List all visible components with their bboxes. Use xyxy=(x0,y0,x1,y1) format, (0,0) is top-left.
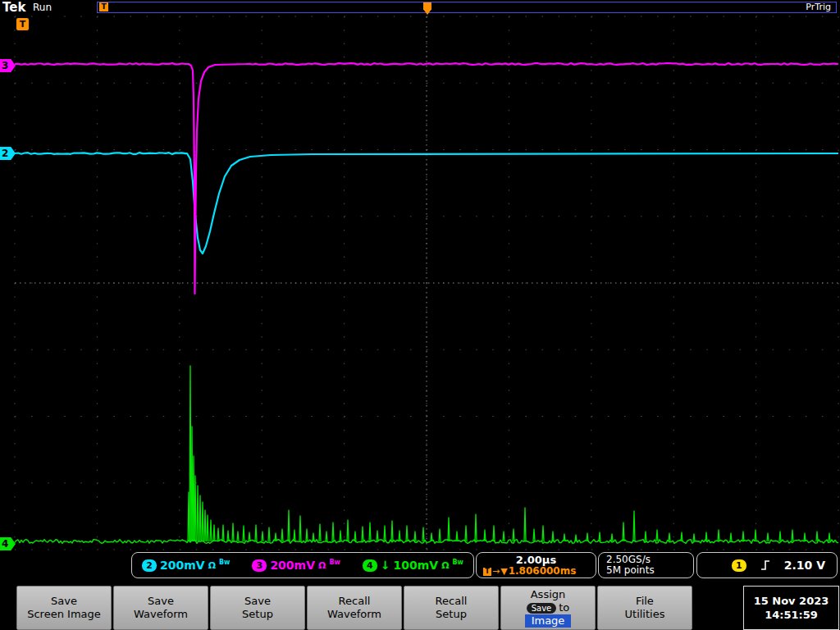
trigger-position-marker[interactable] xyxy=(423,2,431,15)
menu-label: Save xyxy=(51,595,77,608)
menu-button-recall-waveform[interactable]: Recall Waveform xyxy=(307,586,402,630)
acquisition-readout[interactable]: 2.50GS/s 5M points xyxy=(598,552,694,578)
record-length: 5M points xyxy=(606,565,686,576)
triangle-down-icon: ▼ xyxy=(500,566,507,577)
ch4-readout[interactable]: 4 ↓ 100mV Ω Bw xyxy=(363,559,463,572)
waveform-display xyxy=(0,0,840,630)
trigger-source-tag[interactable]: T xyxy=(16,18,29,30)
top-status-bar: Tek Run T PrTrig xyxy=(0,0,840,15)
ch4-impedance: Ω xyxy=(441,560,449,571)
menu-button-recall-setup[interactable]: Recall Setup xyxy=(404,586,499,630)
ch3-ground-marker[interactable]: 3 xyxy=(0,59,16,72)
menu-label: Utilities xyxy=(625,608,665,621)
channel-readouts-box: 2 200mV Ω Bw 3 200mV Ω Bw 4 ↓ 100mV Ω Bw xyxy=(131,552,474,578)
horizontal-position-bar[interactable]: T PrTrig xyxy=(97,2,837,13)
menu-label: File xyxy=(636,595,654,608)
menu-label: Setup xyxy=(436,608,467,621)
menu-label: Screen Image xyxy=(27,608,101,621)
trigger-readout[interactable]: 1 2.10 V xyxy=(696,552,838,578)
ch2-impedance: Ω xyxy=(208,560,216,571)
time-label: 14:51:59 xyxy=(765,608,818,622)
softkey-menu: Save Screen Image Save Waveform Save Set… xyxy=(0,584,840,630)
acquisition-status: Run xyxy=(33,2,52,13)
menu-label: Setup xyxy=(242,608,273,621)
ch4-badge: 4 xyxy=(363,559,377,572)
menu-label: Save xyxy=(244,595,271,608)
rising-edge-icon xyxy=(760,559,771,572)
menu-label: Recall xyxy=(339,595,371,608)
delay-value: 1.806000ms xyxy=(509,566,577,577)
save-key-badge: Save xyxy=(527,603,557,614)
ch3-bandwidth: Bw xyxy=(329,559,340,566)
ch3-readout[interactable]: 3 200mV Ω Bw xyxy=(252,559,340,572)
menu-label: Recall xyxy=(436,595,468,608)
menu-label: Assign xyxy=(531,588,566,601)
menu-button-file-utilities[interactable]: File Utilities xyxy=(597,586,692,630)
ch2-ground-marker[interactable]: 2 xyxy=(0,147,16,160)
ch4-bandwidth: Bw xyxy=(453,559,464,566)
timebase-scale: 2.00µs xyxy=(483,555,589,566)
readout-bar: 2 200mV Ω Bw 3 200mV Ω Bw 4 ↓ 100mV Ω Bw… xyxy=(0,551,840,581)
ch2-scale: 200mV xyxy=(160,559,205,572)
ch4-scale: 100mV xyxy=(393,559,438,572)
trigger-t-icon: T xyxy=(99,2,108,11)
pretrig-label: PrTrig xyxy=(806,2,831,12)
ch2-bandwidth: Bw xyxy=(219,559,231,566)
menu-button-save-screen-image[interactable]: Save Screen Image xyxy=(16,586,112,630)
ch4-offset-arrow: ↓ xyxy=(381,559,390,572)
menu-label: Save xyxy=(148,595,174,608)
trigger-level: 2.10 V xyxy=(784,559,825,572)
ch3-badge: 3 xyxy=(252,559,267,572)
ch2-readout[interactable]: 2 200mV Ω Bw xyxy=(142,559,231,572)
menu-label: Waveform xyxy=(134,608,188,621)
assign-target-image: Image xyxy=(525,614,572,628)
menu-button-save-waveform[interactable]: Save Waveform xyxy=(113,586,208,630)
arrow-right-icon: → xyxy=(492,566,500,577)
oscilloscope-screen: Tek Run T PrTrig T 3 2 4 2 200mV Ω Bw 3 … xyxy=(0,0,840,630)
date-label: 15 Nov 2023 xyxy=(754,594,829,608)
menu-label: to xyxy=(559,601,569,614)
menu-label: Waveform xyxy=(327,608,381,621)
trigger-channel-badge: 1 xyxy=(732,559,746,572)
datetime-box: 15 Nov 2023 14:51:59 xyxy=(743,586,839,630)
ch4-ground-marker[interactable]: 4 xyxy=(0,537,16,550)
ch2-badge: 2 xyxy=(142,559,157,572)
trigger-t-icon: T xyxy=(483,568,491,576)
timebase-readout[interactable]: 2.00µs T→▼1.806000ms xyxy=(476,552,596,578)
timebase-delay: T→▼1.806000ms xyxy=(483,566,589,577)
ch3-impedance: Ω xyxy=(318,560,326,571)
tek-logo: Tek xyxy=(2,0,25,15)
ch3-scale: 200mV xyxy=(270,559,315,572)
menu-button-save-setup[interactable]: Save Setup xyxy=(210,586,305,630)
menu-button-assign-save-to-image[interactable]: Assign Save to Image xyxy=(500,586,596,630)
